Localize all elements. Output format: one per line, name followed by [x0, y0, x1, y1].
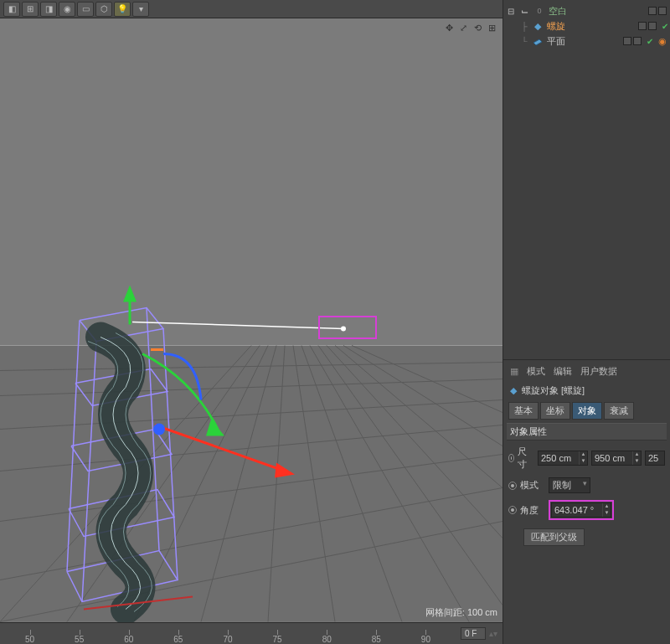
tree-branch-icon: ├ — [520, 22, 528, 31]
tool-button[interactable]: ▾ — [132, 2, 149, 17]
tree-branch-icon: └ — [520, 37, 528, 46]
attr-title-text: 螺旋对象 [螺旋] — [522, 384, 585, 397]
object-name[interactable]: 空白 — [549, 5, 645, 18]
viewport-canvas[interactable] — [0, 18, 502, 622]
label-angle: 角度 — [520, 504, 545, 517]
render-dot[interactable] — [658, 7, 667, 15]
object-name[interactable]: 平面 — [547, 35, 620, 48]
visibility-dot[interactable] — [638, 22, 647, 30]
null-icon: ⌙ — [518, 5, 530, 17]
attr-row-angle: 角度 ▲▼ — [507, 498, 667, 522]
svg-marker-37 — [533, 39, 542, 45]
object-row-null[interactable]: ⊟ ⌙ 0 空白 — [505, 3, 668, 18]
grid-icon: ▦ — [510, 366, 518, 377]
size-x-input[interactable] — [539, 453, 579, 463]
current-frame-field[interactable]: 0 F — [461, 627, 486, 640]
size-y-input[interactable] — [592, 453, 632, 463]
pan-icon[interactable]: ✥ — [443, 22, 455, 33]
timeline-tick[interactable]: 85 — [352, 635, 401, 644]
mode-dropdown[interactable]: 限制 — [549, 477, 590, 493]
timeline-tick[interactable]: 55 — [54, 635, 104, 644]
layer-badge: 0 — [533, 5, 545, 17]
menu-edit[interactable]: 编辑 — [554, 365, 572, 378]
viewport[interactable]: ✥ ⤢ ⟲ ⊞ — [0, 18, 502, 622]
attr-object-title: ◆ 螺旋对象 [螺旋] — [507, 383, 667, 399]
tool-button[interactable]: ⬡ — [95, 2, 112, 17]
tag-icon[interactable]: ◉ — [657, 35, 668, 47]
svg-point-30 — [341, 327, 346, 332]
object-row-plane[interactable]: └ 平面 ✔ ◉ — [505, 33, 668, 49]
zoom-icon[interactable]: ⤢ — [457, 22, 469, 33]
angle-field[interactable]: ▲▼ — [551, 502, 611, 518]
plane-icon — [532, 35, 544, 47]
viewport-grid-label: 网格间距: 100 cm — [425, 606, 497, 619]
attr-row-size: 尺寸 ▲▼ ▲▼ — [507, 444, 667, 472]
label-size: 尺寸 — [518, 446, 534, 471]
viewport-nav-icons: ✥ ⤢ ⟲ ⊞ — [443, 22, 497, 33]
fit-to-parent-button[interactable]: 匹配到父级 — [523, 528, 585, 546]
timeline-tick[interactable]: 50 — [5, 635, 54, 644]
size-x-field[interactable]: ▲▼ — [538, 451, 588, 466]
orbit-icon[interactable]: ⟲ — [472, 22, 483, 33]
attr-menubar: ▦ 模式 编辑 用户数据 — [507, 363, 667, 379]
object-manager[interactable]: ⊟ ⌙ 0 空白 ├ ◆ 螺旋 ✔ └ — [503, 0, 670, 360]
timeline-tick[interactable]: 60 — [104, 635, 153, 644]
render-dot[interactable] — [648, 22, 657, 30]
timeline-tick[interactable]: 70 — [203, 635, 252, 644]
tab-basic[interactable]: 基本 — [508, 402, 539, 420]
tool-button[interactable]: ◨ — [40, 2, 57, 17]
timeline-tick[interactable]: 80 — [302, 635, 352, 644]
object-row-helix[interactable]: ├ ◆ 螺旋 ✔ — [505, 18, 668, 33]
attr-row-mode: 模式 限制 — [507, 476, 667, 495]
tool-button[interactable]: 💡 — [114, 2, 131, 17]
tool-button[interactable]: ◉ — [59, 2, 75, 17]
render-dot[interactable] — [633, 37, 642, 45]
visibility-dot[interactable] — [648, 7, 657, 15]
tool-button[interactable]: ⊞ — [22, 2, 39, 17]
tab-object[interactable]: 对象 — [572, 402, 602, 420]
attribute-manager: ▦ 模式 编辑 用户数据 ◆ 螺旋对象 [螺旋] 基本 坐标 对象 衰减 对象属… — [503, 360, 670, 644]
enable-check-icon[interactable]: ✔ — [662, 22, 668, 31]
size-z-input[interactable] — [646, 453, 661, 463]
enable-check-icon[interactable]: ✔ — [647, 37, 653, 46]
right-pane: ⊟ ⌙ 0 空白 ├ ◆ 螺旋 ✔ └ — [502, 0, 670, 644]
anim-dot[interactable] — [508, 454, 514, 462]
tab-coord[interactable]: 坐标 — [540, 402, 570, 420]
attr-section-header: 对象属性 — [507, 423, 667, 440]
deformer-icon: ◆ — [510, 385, 517, 396]
app-root: ◧ ⊞ ◨ ◉ ▭ ⬡ 💡 ▾ ✥ ⤢ ⟲ ⊞ — [0, 0, 670, 644]
left-pane: ◧ ⊞ ◨ ◉ ▭ ⬡ 💡 ▾ ✥ ⤢ ⟲ ⊞ — [0, 0, 502, 644]
object-name[interactable]: 螺旋 — [547, 20, 635, 33]
timeline[interactable]: 505560657075808590 0 F ▴▾ — [0, 622, 502, 644]
timeline-frame-field[interactable]: 0 F ▴▾ — [456, 627, 502, 640]
annotation-highlight-angle: ▲▼ — [549, 500, 614, 520]
menu-mode[interactable]: 模式 — [527, 365, 545, 378]
deformer-icon: ◆ — [532, 20, 544, 32]
svg-rect-0 — [0, 19, 502, 346]
layout-icon[interactable]: ⊞ — [486, 22, 497, 33]
timeline-ticks[interactable]: 505560657075808590 — [0, 623, 456, 644]
label-mode: 模式 — [520, 479, 545, 492]
timeline-tick[interactable]: 75 — [253, 635, 302, 644]
expand-toggle[interactable]: ⊟ — [507, 7, 515, 16]
visibility-dot[interactable] — [623, 37, 631, 45]
tool-button[interactable]: ◧ — [3, 2, 20, 17]
size-y-field[interactable]: ▲▼ — [591, 451, 642, 466]
svg-point-33 — [153, 424, 165, 435]
tab-falloff[interactable]: 衰减 — [604, 402, 634, 420]
size-z-field[interactable] — [645, 451, 665, 466]
angle-input[interactable] — [552, 505, 602, 515]
timeline-tick[interactable]: 65 — [153, 635, 203, 644]
anim-dot[interactable] — [508, 506, 517, 514]
top-toolbar: ◧ ⊞ ◨ ◉ ▭ ⬡ 💡 ▾ — [0, 0, 502, 18]
tool-button[interactable]: ▭ — [77, 2, 94, 17]
anim-dot[interactable] — [508, 482, 517, 490]
attr-tabs: 基本 坐标 对象 衰减 — [507, 402, 667, 420]
timeline-tick[interactable]: 90 — [401, 635, 451, 644]
menu-userdata[interactable]: 用户数据 — [580, 365, 617, 378]
